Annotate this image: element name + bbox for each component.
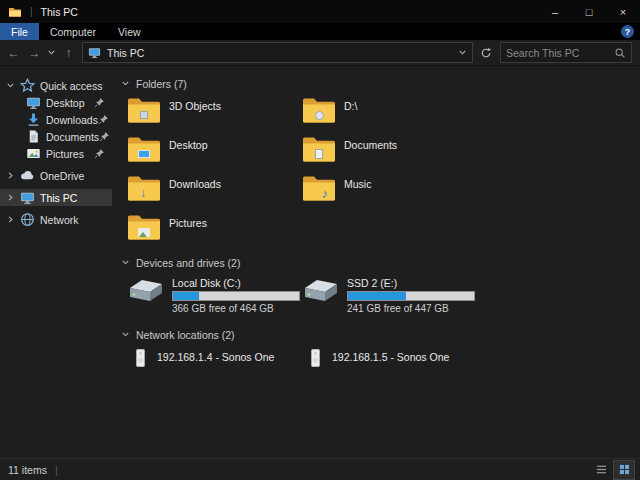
recent-locations-dropdown[interactable]	[45, 42, 58, 64]
sidebar-item-network[interactable]: Network	[0, 211, 112, 228]
help-icon[interactable]: ?	[621, 25, 634, 38]
folder-icon	[127, 97, 161, 124]
network-locations-grid: 192.168.1.4 - Sonos One 192.168.1.5 - So…	[127, 348, 640, 386]
chevron-right-icon[interactable]	[6, 171, 20, 181]
disc-overlay-icon	[315, 111, 324, 120]
document-overlay-icon	[315, 149, 323, 159]
maximize-button[interactable]: □	[572, 0, 606, 23]
folder-icon	[127, 214, 161, 241]
folder-d-drive[interactable]: D:\	[302, 97, 477, 127]
tab-view[interactable]: View	[107, 23, 152, 40]
search-box[interactable]	[500, 42, 632, 63]
section-title: Devices and drives (2)	[136, 257, 240, 269]
monitor-overlay-icon	[138, 150, 150, 158]
forward-button[interactable]: →	[24, 42, 45, 64]
status-bar: 11 items |	[0, 458, 640, 480]
free-space-text: 366 GB free of 464 GB	[172, 303, 300, 314]
sidebar-item-label: Downloads	[46, 114, 98, 126]
section-devices-header[interactable]: Devices and drives (2)	[118, 255, 640, 270]
window-title: This PC	[41, 6, 78, 18]
hard-drive-icon	[302, 276, 340, 304]
this-pc-icon	[88, 46, 101, 59]
chevron-right-icon[interactable]	[6, 215, 20, 225]
folder-music[interactable]: ♪ Music	[302, 175, 477, 205]
network-device-1[interactable]: 192.168.1.4 - Sonos One	[127, 348, 302, 386]
sidebar-item-label: Quick access	[40, 80, 102, 92]
folder-desktop[interactable]: Desktop	[127, 136, 302, 166]
sidebar-item-label: OneDrive	[40, 170, 84, 182]
minimize-button[interactable]: –	[538, 0, 572, 23]
folder-name: D:\	[344, 100, 357, 112]
sidebar-item-label: Network	[40, 214, 79, 226]
speaker-device-icon	[309, 348, 322, 368]
refresh-button[interactable]	[476, 42, 496, 64]
onedrive-cloud-icon	[20, 168, 35, 183]
network-device-2[interactable]: 192.168.1.5 - Sonos One	[302, 348, 477, 386]
large-icons-view-button[interactable]	[614, 461, 634, 479]
chevron-down-icon	[121, 79, 130, 88]
folder-pictures[interactable]: Pictures	[127, 214, 302, 244]
drive-info: SSD 2 (E:) 241 GB free of 447 GB	[347, 276, 475, 314]
chevron-down-icon	[121, 258, 130, 267]
music-note-overlay-icon: ♪	[322, 187, 329, 200]
content-pane: Folders (7) 3D Objects D:\ Desktop Docu	[112, 66, 640, 458]
address-bar[interactable]: This PC	[82, 42, 473, 63]
capacity-bar-fill	[173, 292, 199, 300]
hard-drive-icon	[127, 276, 165, 304]
address-toolbar: ← → ↑ This PC	[0, 40, 640, 66]
sidebar-item-pictures[interactable]: Pictures	[0, 145, 112, 162]
documents-icon	[26, 129, 41, 144]
sidebar-item-documents[interactable]: Documents	[0, 128, 112, 145]
sidebar-item-quick-access[interactable]: Quick access	[0, 77, 112, 94]
folder-downloads[interactable]: ↓ Downloads	[127, 175, 302, 205]
tab-computer[interactable]: Computer	[39, 23, 107, 40]
folder-name: Desktop	[169, 139, 208, 151]
folder-3d-objects[interactable]: 3D Objects	[127, 97, 302, 127]
sidebar-item-this-pc[interactable]: This PC	[0, 189, 112, 206]
sidebar-item-label: Documents	[46, 131, 99, 143]
status-separator: |	[55, 464, 58, 476]
quick-access-star-icon	[20, 78, 35, 93]
folder-name: Documents	[344, 139, 397, 151]
sidebar-item-onedrive[interactable]: OneDrive	[0, 167, 112, 184]
close-button[interactable]: ×	[606, 0, 640, 23]
sidebar-item-label: Desktop	[46, 97, 85, 109]
search-input[interactable]	[506, 47, 614, 59]
app-body: Quick access Desktop Downloads Documents…	[0, 66, 640, 458]
folder-icon	[302, 136, 336, 163]
details-view-button[interactable]	[591, 461, 611, 479]
window-controls: – □ ×	[538, 0, 640, 23]
folder-name: Music	[344, 178, 371, 190]
drive-local-disk-c[interactable]: Local Disk (C:) 366 GB free of 464 GB	[127, 276, 302, 314]
refresh-icon	[480, 47, 492, 59]
download-arrow-overlay-icon: ↓	[140, 187, 146, 199]
tab-file[interactable]: File	[0, 23, 39, 40]
sidebar-item-downloads[interactable]: Downloads	[0, 111, 112, 128]
up-button[interactable]: ↑	[58, 42, 79, 64]
desktop-icon	[26, 95, 41, 110]
search-icon[interactable]	[614, 47, 626, 59]
navigation-pane: Quick access Desktop Downloads Documents…	[0, 66, 112, 458]
file-explorer-window: | This PC – □ × File Computer View ? ← →…	[0, 0, 640, 480]
cube-overlay-icon	[140, 111, 148, 119]
ribbon-tab-bar: File Computer View ?	[0, 23, 640, 40]
folder-documents[interactable]: Documents	[302, 136, 477, 166]
section-folders-header[interactable]: Folders (7)	[118, 76, 640, 91]
chevron-down-icon[interactable]	[6, 81, 20, 91]
drive-ssd-2-e[interactable]: SSD 2 (E:) 241 GB free of 447 GB	[302, 276, 477, 314]
this-pc-icon	[20, 190, 35, 205]
sidebar-item-desktop[interactable]: Desktop	[0, 94, 112, 111]
capacity-bar-fill	[348, 292, 406, 300]
section-network-locations-header[interactable]: Network locations (2)	[118, 327, 640, 342]
address-dropdown-chevron-icon[interactable]	[458, 48, 467, 57]
chevron-right-icon[interactable]	[6, 193, 20, 203]
address-path[interactable]: This PC	[107, 47, 144, 59]
pin-icon	[98, 114, 109, 125]
capacity-bar	[172, 291, 300, 301]
folder-icon	[302, 97, 336, 124]
speaker-device-icon	[134, 348, 147, 368]
drive-info: Local Disk (C:) 366 GB free of 464 GB	[172, 276, 300, 314]
back-button[interactable]: ←	[3, 42, 24, 64]
folder-icon: ♪	[302, 175, 336, 202]
folders-grid: 3D Objects D:\ Desktop Documents ↓ Downl…	[127, 97, 640, 244]
